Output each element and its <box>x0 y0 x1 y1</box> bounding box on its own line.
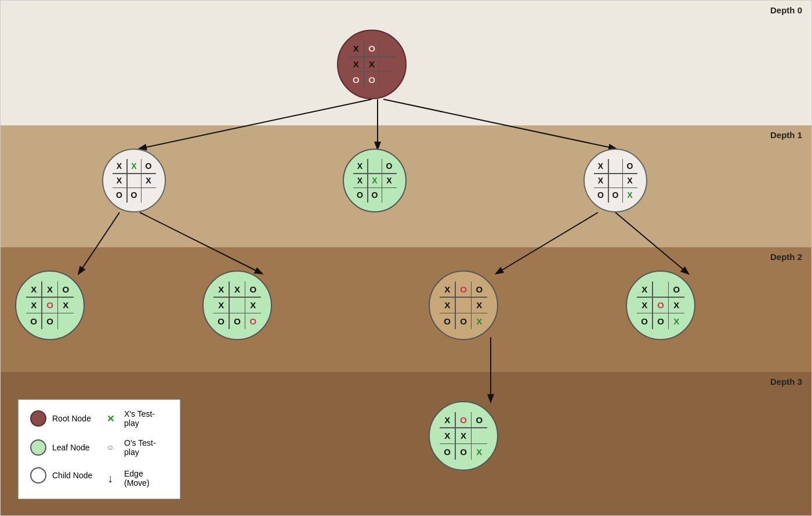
node-d2-right: X O X O X O O X <box>626 270 695 340</box>
legend-leaf-icon <box>30 439 46 456</box>
legend-root-label: Root Node <box>52 414 91 423</box>
node-d1-left: X X O X X O O <box>102 149 166 212</box>
node-d2-left: X X O X X O O O <box>202 270 272 340</box>
node-d3-mid: X O O X X O O X <box>429 401 498 471</box>
node-d1-mid: X O X X X O O <box>343 149 407 212</box>
legend-o-icon: ○ <box>102 439 118 456</box>
legend-arrow-icon: ↓ <box>102 470 118 486</box>
legend-x-play: ✕ X's Test-play <box>102 409 168 428</box>
legend: Root Node ✕ X's Test-play Leaf Node ○ O'… <box>18 399 180 499</box>
legend-leaf: Leaf Node <box>30 439 96 456</box>
legend-edge-label: Edge (Move) <box>124 469 168 488</box>
depth-label-2: Depth 2 <box>770 252 802 262</box>
legend-o-play: ○ O's Test-play <box>102 438 168 457</box>
node-d2-far-left: X X O X O X O O <box>15 270 85 340</box>
node-d2-mid: X O O X X O O X <box>429 270 498 340</box>
legend-root: Root Node <box>30 410 96 427</box>
depth-label-0: Depth 0 <box>770 5 802 15</box>
legend-leaf-label: Leaf Node <box>52 443 90 452</box>
legend-x-icon: ✕ <box>102 410 118 427</box>
legend-x-label: X's Test-play <box>124 409 168 428</box>
depth-label-1: Depth 1 <box>770 130 802 140</box>
node-d1-right: X O X X O O X <box>583 149 647 212</box>
legend-o-label: O's Test-play <box>124 438 168 457</box>
depth-label-3: Depth 3 <box>770 377 802 387</box>
legend-root-icon <box>30 410 46 427</box>
node-root: X O X X O O <box>337 30 407 99</box>
diagram: Depth 0 Depth 1 Depth 2 Depth 3 X O <box>1 1 812 516</box>
legend-edge: ↓ Edge (Move) <box>102 469 168 488</box>
legend-child-icon <box>30 467 46 483</box>
legend-child-label: Child Node <box>52 471 92 480</box>
legend-child: Child Node <box>30 467 96 483</box>
